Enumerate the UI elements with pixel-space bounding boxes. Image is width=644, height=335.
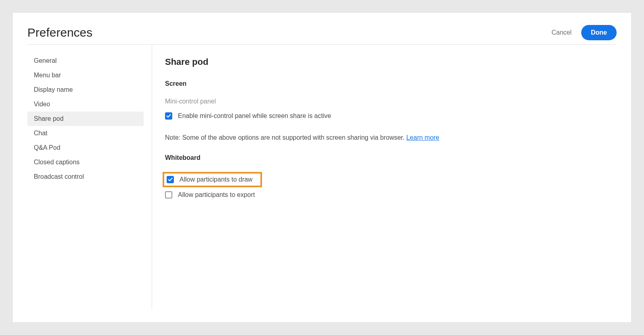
main-panel: Share pod Screen Mini-control panel Enab… bbox=[152, 45, 617, 310]
sidebar-item-broadcast-control[interactable]: Broadcast control bbox=[27, 170, 144, 184]
header-actions: Cancel Done bbox=[551, 25, 617, 40]
mini-control-subsection-title: Mini-control panel bbox=[165, 98, 604, 105]
allow-draw-checkbox[interactable] bbox=[167, 176, 174, 183]
check-icon bbox=[166, 114, 171, 118]
screen-share-note: Note: Some of the above options are not … bbox=[165, 134, 604, 141]
allow-draw-row: Allow participants to draw bbox=[167, 176, 252, 183]
enable-mini-control-checkbox[interactable] bbox=[165, 112, 172, 120]
note-text: Note: Some of the above options are not … bbox=[165, 134, 406, 141]
allow-draw-label: Allow participants to draw bbox=[180, 176, 252, 183]
allow-export-checkbox[interactable] bbox=[165, 191, 172, 199]
whiteboard-section-title: Whiteboard bbox=[165, 154, 604, 161]
dialog-header: Preferences Cancel Done bbox=[27, 25, 617, 45]
preferences-dialog: Preferences Cancel Done General Menu bar… bbox=[13, 13, 631, 322]
sidebar-item-menu-bar[interactable]: Menu bar bbox=[27, 68, 144, 83]
dialog-title: Preferences bbox=[27, 26, 93, 39]
dialog-body: General Menu bar Display name Video Shar… bbox=[27, 45, 617, 310]
sidebar-item-chat[interactable]: Chat bbox=[27, 126, 144, 141]
screen-section-title: Screen bbox=[165, 80, 604, 87]
allow-export-row: Allow participants to export bbox=[165, 191, 604, 199]
learn-more-link[interactable]: Learn more bbox=[406, 134, 439, 141]
sidebar-item-display-name[interactable]: Display name bbox=[27, 83, 144, 97]
panel-title: Share pod bbox=[165, 57, 604, 67]
check-icon bbox=[168, 177, 173, 182]
sidebar: General Menu bar Display name Video Shar… bbox=[27, 45, 152, 310]
sidebar-item-general[interactable]: General bbox=[27, 54, 144, 68]
enable-mini-control-label: Enable mini-control panel while screen s… bbox=[178, 112, 331, 120]
done-button[interactable]: Done bbox=[581, 25, 617, 40]
sidebar-item-video[interactable]: Video bbox=[27, 97, 144, 112]
allow-export-label: Allow participants to export bbox=[178, 191, 255, 199]
sidebar-item-closed-captions[interactable]: Closed captions bbox=[27, 155, 144, 170]
enable-mini-control-row: Enable mini-control panel while screen s… bbox=[165, 112, 604, 120]
sidebar-item-share-pod[interactable]: Share pod bbox=[27, 112, 144, 126]
sidebar-item-qa-pod[interactable]: Q&A Pod bbox=[27, 141, 144, 155]
cancel-button[interactable]: Cancel bbox=[551, 29, 572, 36]
allow-draw-highlight: Allow participants to draw bbox=[163, 172, 262, 187]
